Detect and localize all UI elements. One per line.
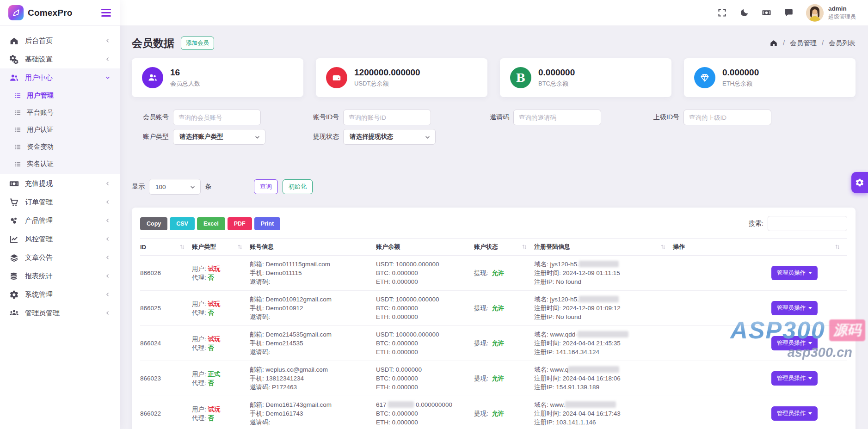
col-account-type[interactable]: 账户类型 (192, 243, 250, 251)
cell-actions: 管理员操作 (673, 365, 847, 392)
sidebar-item-dashboard[interactable]: 后台首页 (0, 31, 120, 50)
sidebar-subitem-user-verification[interactable]: 用户认证 (0, 121, 120, 138)
cell-register-info: 域名: jys120-h5. 注册时间: 2024-12-09 01:09:12… (534, 295, 673, 321)
sidebar-subitem-user-management[interactable]: 用户管理 (0, 87, 120, 104)
admin-actions-button[interactable]: 管理员操作 (771, 406, 818, 421)
table-row: 866024 用户: 试玩 代理: 否 邮箱: Demo214535gmail.… (140, 326, 847, 361)
sidebar-item-system[interactable]: 系统管理 (0, 285, 120, 304)
sort-icon[interactable] (179, 244, 185, 250)
cell-id: 866023 (140, 365, 192, 392)
main-content: 会员数据 添加会员 / 会员管理 / 会员列表 16 会员总人数 1200000… (120, 26, 868, 429)
redacted-domain (565, 401, 616, 408)
sort-icon[interactable] (660, 244, 666, 250)
cart-icon (9, 197, 19, 207)
chevron-left-icon (105, 37, 111, 44)
col-status[interactable]: 账户状态 (474, 243, 534, 251)
chat-icon[interactable] (784, 8, 794, 18)
stat-card-eth: 0.000000 ETH总余额 (684, 58, 856, 97)
caret-down-icon (808, 307, 812, 309)
withdraw-status-label: 提现状态 (302, 133, 339, 141)
copy-button[interactable]: Copy (140, 217, 167, 230)
sort-icon[interactable] (237, 244, 243, 250)
redacted-domain (579, 296, 619, 302)
reset-button[interactable]: 初始化 (283, 179, 313, 194)
account-id-input[interactable] (343, 110, 431, 125)
menu-toggle-icon[interactable] (101, 9, 111, 17)
banknote-icon (9, 179, 19, 189)
sidebar-item-user-center[interactable]: 用户中心 (0, 68, 120, 87)
sort-icon[interactable] (521, 244, 528, 250)
redacted-balance (388, 401, 414, 408)
stat-value: 0.000000 (538, 67, 575, 78)
sidebar-subitem-fund-changes[interactable]: 资金变动 (0, 138, 120, 155)
col-id[interactable]: ID (140, 243, 192, 251)
chevron-left-icon (105, 273, 111, 279)
admin-actions-button[interactable]: 管理员操作 (771, 336, 818, 350)
admin-actions-button[interactable]: 管理员操作 (771, 301, 818, 315)
users-group-icon (9, 308, 19, 318)
customizer-gear-button[interactable] (851, 172, 868, 193)
cell-account-type: 用户: 正式 代理: 否 (192, 365, 250, 392)
cell-id: 866024 (140, 330, 192, 356)
sidebar-item-deposit-withdraw[interactable]: 充值提现 (0, 174, 120, 193)
invite-code-input[interactable] (513, 110, 601, 125)
col-account-info[interactable]: 账号信息 (250, 243, 376, 251)
members-table: ID 账户类型 账号信息 账户余额 账户状态 注册登陆信息 操作 866026 … (140, 238, 847, 429)
chevron-down-icon (254, 134, 260, 140)
btc-icon: B (510, 67, 531, 88)
breadcrumb-home-icon[interactable] (770, 39, 778, 47)
sidebar-item-admins[interactable]: 管理员管理 (0, 304, 120, 322)
stat-label: 会员总人数 (170, 80, 200, 88)
member-account-input[interactable] (173, 110, 261, 125)
moon-icon[interactable] (739, 8, 749, 18)
sidebar-item-settings[interactable]: 基础设置 (0, 50, 120, 68)
chevron-left-icon (105, 199, 111, 205)
cell-account-info: 邮箱: Demo161743gmail.com 手机: Demo161743 邀… (250, 400, 376, 427)
search-input[interactable] (768, 216, 847, 231)
breadcrumb-member-management[interactable]: 会员管理 (790, 39, 817, 48)
cash-icon[interactable] (762, 8, 771, 18)
pdf-button[interactable]: PDF (228, 217, 252, 230)
page-size-select[interactable]: 100 (149, 179, 201, 195)
users-icon (142, 67, 163, 88)
stat-card-usdt: 1200000.000000 USDT总余额 (316, 58, 487, 97)
cell-actions: 管理员操作 (673, 260, 847, 286)
withdraw-status-select[interactable]: 请选择提现状态 (343, 129, 436, 145)
parent-id-input[interactable] (683, 110, 771, 125)
add-member-button[interactable]: 添加会员 (181, 37, 214, 50)
account-type-select[interactable]: 请选择账户类型 (173, 129, 265, 145)
sidebar-subitem-platform-accounts[interactable]: 平台账号 (0, 104, 120, 121)
fullscreen-icon[interactable] (717, 8, 727, 18)
page-title: 会员数据 (132, 36, 174, 50)
cell-balance: 617 0.000000000 BTC: 0.000000 ETH: 0.000… (376, 400, 474, 427)
sort-icon[interactable] (834, 244, 841, 250)
user-menu[interactable]: admin 超级管理员 (806, 4, 856, 22)
stat-cards: 16 会员总人数 1200000.000000 USDT总余额 B 0.0000… (132, 58, 856, 97)
query-button[interactable]: 查询 (254, 179, 278, 194)
cell-account-type: 用户: 试玩 代理: 否 (192, 400, 250, 427)
topbar: admin 超级管理员 (120, 0, 868, 26)
col-actions[interactable]: 操作 (673, 243, 847, 251)
sidebar-subitem-realname-verification[interactable]: 实名认证 (0, 155, 120, 172)
col-register-info[interactable]: 注册登陆信息 (534, 243, 673, 251)
breadcrumb-member-list[interactable]: 会员列表 (829, 39, 856, 48)
col-balance[interactable]: 账户余额 (376, 243, 474, 251)
admin-actions-button[interactable]: 管理员操作 (771, 371, 818, 386)
cell-register-info: 域名: www. 注册时间: 2024-04-04 16:17:43 注册IP:… (534, 400, 673, 427)
admin-actions-button[interactable]: 管理员操作 (771, 266, 818, 280)
list-icon (14, 126, 21, 134)
sidebar-item-risk-control[interactable]: 风控管理 (0, 230, 120, 248)
chevron-left-icon (105, 180, 111, 187)
csv-button[interactable]: CSV (170, 217, 195, 230)
account-type-label: 账户类型 (132, 133, 169, 141)
sidebar-item-articles[interactable]: 文章公告 (0, 248, 120, 267)
brand-name: ComexPro (28, 8, 73, 18)
stat-card-btc: B 0.000000 BTC总余额 (500, 58, 671, 97)
print-button[interactable]: Print (254, 217, 280, 230)
molecule-icon (9, 216, 19, 226)
cell-balance: USDT: 100000.000000 BTC: 0.000000 ETH: 0… (376, 295, 474, 321)
sidebar-item-reports[interactable]: 报表统计 (0, 267, 120, 285)
excel-button[interactable]: Excel (197, 217, 225, 230)
sidebar-item-products[interactable]: 产品管理 (0, 211, 120, 230)
sidebar-item-orders[interactable]: 订单管理 (0, 193, 120, 211)
